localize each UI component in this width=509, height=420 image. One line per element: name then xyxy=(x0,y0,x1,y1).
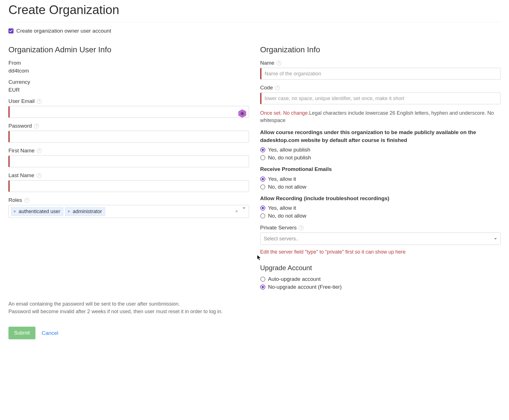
first-name-label: First Name xyxy=(8,148,35,154)
publish-no-radio[interactable]: No, do not publish xyxy=(260,155,501,161)
private-servers-dropdown[interactable]: Select servers.. xyxy=(260,232,501,245)
private-servers-label: Private Servers xyxy=(260,225,297,231)
role-tag: × administrator xyxy=(65,207,105,216)
dropdown-placeholder: Select servers.. xyxy=(264,236,299,242)
recording-question: Allow Recording (include troubleshoot re… xyxy=(260,195,501,202)
extension-icon[interactable] xyxy=(238,109,247,118)
code-label: Code xyxy=(260,85,273,91)
promo-no-radio[interactable]: No, do not allow xyxy=(260,184,501,190)
promo-yes-radio[interactable]: Yes, allow it xyxy=(260,176,501,182)
radio-label: Yes, allow it xyxy=(268,205,296,211)
radio-label: Yes, allow publish xyxy=(268,147,310,153)
radio-icon xyxy=(260,147,265,152)
upgrade-section-title: Upgrade Account xyxy=(260,264,501,272)
remove-tag-icon[interactable]: × xyxy=(67,209,70,214)
organization-info-section: Organization Info Name ? Code ? Once set… xyxy=(260,45,501,292)
radio-icon xyxy=(260,184,265,189)
org-section-title: Organization Info xyxy=(260,45,501,54)
clear-all-icon[interactable]: × xyxy=(235,209,238,214)
radio-icon xyxy=(260,155,265,160)
password-label: Password xyxy=(8,123,32,129)
radio-icon xyxy=(260,213,265,218)
help-icon[interactable]: ? xyxy=(37,99,42,104)
from-label: From xyxy=(8,60,249,66)
org-name-field[interactable] xyxy=(260,68,501,80)
radio-icon xyxy=(260,284,265,290)
roles-multiselect[interactable]: × authenticated user × administrator × xyxy=(8,205,249,218)
recording-yes-radio[interactable]: Yes, allow it xyxy=(260,205,501,211)
radio-label: Yes, allow it xyxy=(268,176,296,182)
publish-question: Allow course recordings under this organ… xyxy=(260,128,501,144)
roles-label: Roles xyxy=(8,197,22,203)
chevron-down-icon[interactable] xyxy=(243,209,245,214)
help-icon[interactable]: ? xyxy=(277,61,281,66)
upgrade-auto-radio[interactable]: Auto-upgrade account xyxy=(260,276,501,282)
create-owner-checkbox[interactable] xyxy=(8,28,14,33)
currency-value: EUR xyxy=(8,87,249,93)
private-servers-warning: Edit the server field "type" to "private… xyxy=(260,248,501,256)
code-helper-text: Once set. No change.Legal characters inc… xyxy=(260,109,501,124)
help-icon[interactable]: ? xyxy=(37,173,41,178)
role-tag-label: administrator xyxy=(73,209,102,214)
submit-button[interactable]: Submit xyxy=(8,327,35,339)
first-name-field[interactable] xyxy=(8,155,249,167)
role-tag-label: authenticated user xyxy=(19,209,60,214)
cancel-button[interactable]: Cancel xyxy=(42,330,58,336)
radio-label: No, do not publish xyxy=(268,155,311,161)
radio-label: Auto-upgrade account xyxy=(268,276,321,282)
email-label: User Email xyxy=(8,98,35,104)
upgrade-none-radio[interactable]: No-upgrade account (Free-tier) xyxy=(260,284,501,290)
radio-label: No-upgrade account (Free-tier) xyxy=(268,284,342,290)
radio-label: No, do not allow xyxy=(268,213,306,219)
create-owner-checkbox-label: Create organization owner user account xyxy=(16,28,111,34)
admin-user-section: Organization Admin User Info From dd4tco… xyxy=(8,45,249,292)
last-name-field[interactable] xyxy=(8,180,249,192)
footer-notes: An email containing the password will be… xyxy=(8,300,501,315)
password-field[interactable] xyxy=(8,131,249,143)
radio-icon xyxy=(260,277,265,282)
email-field[interactable] xyxy=(8,106,249,118)
radio-label: No, do not allow xyxy=(268,184,306,190)
help-icon[interactable]: ? xyxy=(34,124,39,128)
admin-section-title: Organization Admin User Info xyxy=(8,45,249,54)
remove-tag-icon[interactable]: × xyxy=(13,209,16,214)
from-value: dd4tcom xyxy=(8,68,249,74)
radio-icon xyxy=(260,206,265,211)
org-code-field[interactable] xyxy=(260,92,501,104)
publish-yes-radio[interactable]: Yes, allow publish xyxy=(260,147,501,153)
help-icon[interactable]: ? xyxy=(37,148,42,153)
help-icon[interactable]: ? xyxy=(24,198,29,203)
page-title: Create Organization xyxy=(8,0,501,22)
recording-no-radio[interactable]: No, do not allow xyxy=(260,213,501,219)
name-label: Name xyxy=(260,60,275,66)
promo-question: Receive Promotional Emails xyxy=(260,165,501,173)
help-icon[interactable]: ? xyxy=(275,85,280,90)
currency-label: Currency xyxy=(8,79,249,85)
chevron-down-icon xyxy=(494,238,497,240)
last-name-label: Last Name xyxy=(8,172,34,179)
check-icon xyxy=(9,30,13,32)
help-icon[interactable]: ? xyxy=(299,225,304,230)
radio-icon xyxy=(260,177,265,182)
role-tag: × authenticated user xyxy=(11,207,63,216)
